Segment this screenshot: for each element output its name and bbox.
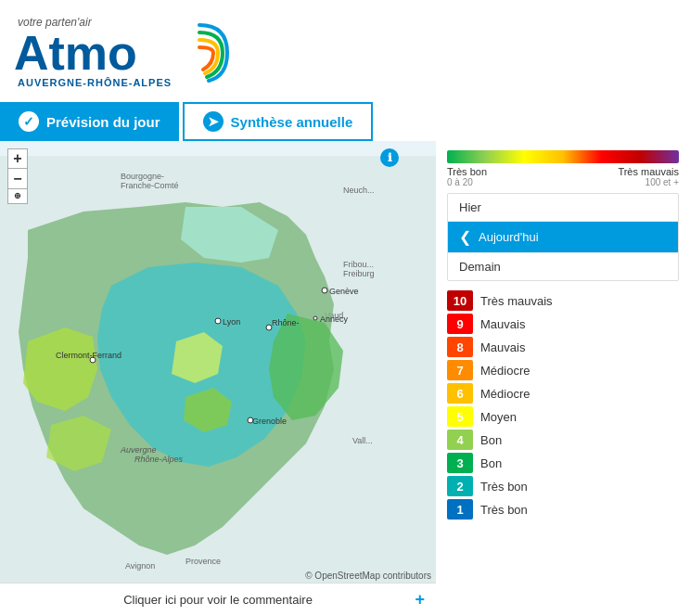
map-container[interactable]: Bourgogne- Franche-Comté Neuch... Fribou…: [0, 141, 436, 616]
index-label: Bon: [480, 433, 502, 447]
active-arrow-icon: ❮: [459, 228, 471, 246]
index-badge: 5: [447, 406, 473, 427]
index-badge: 1: [447, 499, 473, 520]
comment-bar-label: Cliquer ici pour voir le commentaire: [123, 593, 313, 607]
svg-text:Fribou...: Fribou...: [343, 260, 374, 269]
index-row: 8Mauvais: [447, 337, 679, 357]
index-label: Bon: [480, 456, 502, 470]
map-controls: + − ⊕: [7, 148, 28, 204]
attribution-text: © OpenStreetMap contributors: [305, 571, 431, 581]
prevision-du-jour-button[interactable]: ✓ Prévision du jour: [0, 102, 179, 141]
index-badge: 6: [447, 383, 473, 404]
scale-num-left: 0 à 20: [447, 177, 473, 187]
scale-label-left: Très bon: [447, 166, 487, 177]
index-table: 10Très mauvais9Mauvais8Mauvais7Médiocre6…: [447, 290, 679, 520]
index-label: Mauvais: [480, 317, 525, 331]
index-row: 5Moyen: [447, 406, 679, 427]
index-badge: 3: [447, 453, 473, 473]
navbar: ✓ Prévision du jour ➤ Synthèse annuelle: [0, 102, 690, 141]
svg-text:Rhône-: Rhône-: [272, 318, 300, 327]
aujourd-hui-label: Aujourd'hui: [479, 230, 539, 244]
index-label: Médiocre: [480, 364, 530, 378]
svg-text:Annecy: Annecy: [320, 314, 349, 324]
zoom-in-button[interactable]: +: [7, 148, 28, 169]
svg-text:Provence: Provence: [185, 557, 221, 566]
info-icon: ℹ: [388, 151, 392, 164]
zoom-out-button[interactable]: −: [7, 169, 28, 189]
index-label: Très mauvais: [480, 294, 553, 308]
comment-plus-icon: +: [415, 590, 425, 610]
index-label: Médiocre: [480, 387, 530, 401]
right-panel: Très bon Très mauvais 0 à 20 100 et + Hi…: [436, 141, 690, 616]
main-content: Bourgogne- Franche-Comté Neuch... Fribou…: [0, 141, 690, 616]
logo: votre parten'air Atmo AUVERGNE-RHÔNE-ALP…: [14, 11, 236, 94]
index-badge: 10: [447, 290, 473, 311]
svg-text:Auvergne: Auvergne: [120, 445, 157, 455]
index-row: 2Très bon: [447, 476, 679, 496]
prevision-icon: ✓: [19, 111, 39, 132]
index-label: Très bon: [480, 480, 528, 494]
index-label: Mauvais: [480, 340, 525, 354]
svg-text:Freiburg: Freiburg: [343, 269, 375, 278]
day-selector: Hier ❮ Aujourd'hui Demain: [447, 193, 679, 281]
prevision-label: Prévision du jour: [46, 114, 160, 130]
index-badge: 9: [447, 314, 473, 334]
hier-label: Hier: [459, 200, 481, 214]
scale-num-right: 100 et +: [645, 177, 679, 187]
comment-bar[interactable]: Cliquer ici pour voir le commentaire +: [0, 583, 436, 616]
day-hier[interactable]: Hier: [448, 194, 678, 222]
scale-label-right: Très mauvais: [618, 166, 679, 177]
scale-button: ⊕: [7, 189, 28, 204]
logo-swirl: [162, 16, 236, 94]
svg-text:Lyon: Lyon: [223, 317, 240, 327]
index-badge: 7: [447, 360, 473, 380]
svg-text:Bourgogne-: Bourgogne-: [121, 172, 164, 181]
svg-text:Rhône-Alpes: Rhône-Alpes: [134, 455, 184, 464]
svg-text:Franche-Comté: Franche-Comté: [121, 181, 179, 190]
svg-text:Genève: Genève: [329, 287, 359, 296]
index-badge: 2: [447, 476, 473, 496]
map-info-button[interactable]: ℹ: [380, 148, 399, 167]
scale-bar-gradient: [447, 150, 679, 163]
svg-point-16: [322, 288, 327, 293]
index-badge: 8: [447, 337, 473, 357]
map-attribution: © OpenStreetMap contributors: [305, 571, 431, 581]
svg-text:Vall...: Vall...: [352, 436, 373, 445]
index-row: 4Bon: [447, 430, 679, 450]
synthese-icon: ➤: [203, 111, 224, 132]
index-badge: 4: [447, 430, 473, 450]
synthese-annuelle-button[interactable]: ➤ Synthèse annuelle: [183, 102, 374, 141]
svg-text:Grenoble: Grenoble: [252, 417, 287, 426]
svg-point-18: [313, 316, 317, 320]
svg-text:Clermont-Ferrand: Clermont-Ferrand: [56, 351, 121, 360]
svg-point-8: [215, 318, 221, 324]
index-row: 7Médiocre: [447, 360, 679, 380]
color-scale: Très bon Très mauvais 0 à 20 100 et +: [447, 150, 679, 187]
index-label: Moyen: [480, 410, 517, 424]
logo-region: AUVERGNE-RHÔNE-ALPES: [18, 77, 172, 88]
day-aujourd-hui[interactable]: ❮ Aujourd'hui: [448, 222, 678, 253]
demain-label: Demain: [459, 260, 501, 274]
index-row: 9Mauvais: [447, 314, 679, 334]
svg-text:Neuch...: Neuch...: [343, 186, 375, 195]
header: votre parten'air Atmo AUVERGNE-RHÔNE-ALP…: [0, 0, 690, 102]
index-row: 10Très mauvais: [447, 290, 679, 311]
index-label: Très bon: [480, 503, 528, 517]
logo-atmo: Atmo: [14, 29, 172, 77]
index-row: 1Très bon: [447, 499, 679, 520]
day-demain[interactable]: Demain: [448, 253, 678, 280]
index-row: 3Bon: [447, 453, 679, 473]
synthese-label: Synthèse annuelle: [231, 114, 353, 130]
svg-text:Avignon: Avignon: [125, 561, 155, 571]
index-row: 6Médiocre: [447, 383, 679, 404]
